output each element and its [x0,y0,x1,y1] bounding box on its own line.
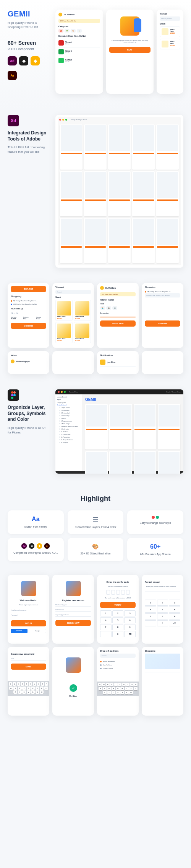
keyboard-key[interactable]: F [22,687,26,690]
keyboard-key[interactable]: B [120,691,124,694]
keypad-key[interactable]: 2 [157,600,168,606]
keypad-key[interactable] [145,620,156,626]
keyboard[interactable]: QWERTYUIOP ASDFGHJKL ZXCVBNM [8,681,49,696]
keyboard-key[interactable]: D [107,687,111,690]
keyboard-key[interactable]: O [130,683,134,686]
keyboard-key[interactable]: M [129,691,133,694]
keyboard-key[interactable]: G [116,687,120,690]
signup-button[interactable]: SIGN IN NOW [55,620,91,626]
keyboard-key[interactable]: L [44,687,48,690]
layer-item[interactable]: 6. Forgot password [57,420,81,422]
keyboard-key[interactable]: E [17,682,20,686]
keyboard-key[interactable]: J [125,687,129,690]
password-field[interactable]: Password [11,613,46,617]
keypad-key[interactable]: 8 [157,613,168,620]
keyboard-key[interactable]: W [102,683,105,686]
facebook-button[interactable]: Facebook [11,629,28,633]
keypad-key[interactable]: 0 [112,631,124,637]
keyboard-key[interactable]: N [125,691,129,694]
map-view[interactable] [145,654,180,669]
keyboard-key[interactable]: P [45,682,48,686]
keyboard-key[interactable]: X [18,690,22,694]
layer-item[interactable]: 15. Drop-off address [57,438,81,441]
keyboard-key[interactable]: O [41,682,44,686]
keyboard-key[interactable]: Q [98,683,102,686]
search-input[interactable]: Search [55,290,91,294]
keypad-key[interactable]: 1 [145,600,156,606]
keyboard-key[interactable]: S [103,687,107,690]
keyboard-key[interactable]: Y [29,682,32,686]
keypad-key[interactable]: 6 [169,606,180,613]
keyboard-key[interactable]: E [106,683,110,686]
keyboard-key[interactable]: D [18,687,22,690]
layer-item[interactable]: 4. Onboarding 3 [57,414,81,417]
google-button[interactable]: Google [29,629,46,633]
keyboard-key[interactable]: C [22,690,26,694]
phone-field[interactable] [145,590,180,592]
layer-item[interactable]: 11. Current trust [57,433,81,436]
keypad-key[interactable]: 3 [169,600,180,606]
confirm-button[interactable]: CONFIRM [145,320,180,327]
keyboard-key[interactable]: A [9,687,13,690]
keypad-key[interactable] [100,631,112,637]
keypad-key[interactable]: ⌫ [169,620,180,626]
login-button[interactable]: LOG IN [11,620,46,626]
code-input[interactable] [100,590,136,595]
keyboard-key[interactable]: V [116,691,120,694]
email-field[interactable]: register@gmail.com [55,613,91,617]
keyboard-key[interactable]: W [13,682,16,686]
layer-item[interactable]: 10. Verified [57,430,81,433]
layer-item[interactable]: 3. Onboarding 2 [57,412,81,414]
keyboard-key[interactable]: G [27,687,31,690]
keypad-key[interactable]: 6 [124,617,136,623]
keypad-key[interactable]: 1 [100,610,112,616]
keyboard-key[interactable]: Z [103,691,107,694]
confirm-button[interactable]: CONFIRM [11,323,46,329]
apply-button[interactable]: APPLY NOW [100,320,136,327]
keypad-key[interactable]: 7 [100,624,112,630]
layer-item[interactable]: 1. Up to launch [57,406,81,409]
keyboard-key[interactable]: R [110,683,113,686]
keyboard-key[interactable]: K [129,687,133,690]
layer-item[interactable]: 9. Verify code [57,428,81,430]
keyboard-key[interactable]: P [134,683,138,686]
name-field[interactable]: Matthew Nguyen [55,603,91,607]
keyboard[interactable]: QWERTYUIOP ASDFGHJKL ZXCVBNM [97,682,139,696]
email-field[interactable]: Email/phone/username [11,608,46,612]
password-field[interactable]: •••••• [11,657,46,660]
keyboard-key[interactable]: I [126,683,129,686]
layers-tab[interactable]: Layers Assets [57,396,81,398]
explore-button[interactable]: EXPLORE [11,286,46,292]
keyboard-key[interactable]: A [99,687,102,690]
keypad-key[interactable]: 7 [145,613,156,620]
keypad-key[interactable]: 8 [112,624,124,630]
next-button[interactable]: NEXT [109,47,151,53]
search-input[interactable]: Vinmart Club, Hoang Dieu, Ha Noi [145,293,180,298]
keyboard-key[interactable]: S [13,687,17,690]
keyboard-key[interactable]: N [36,690,39,694]
keypad-key[interactable]: 9 [124,624,136,630]
keypad-key[interactable]: 0 [157,620,168,626]
keyboard-key[interactable]: J [36,687,39,690]
keyboard-key[interactable]: T [25,682,28,686]
keyboard-key[interactable]: B [31,690,35,694]
keyboard-key[interactable]: H [31,687,35,690]
keyboard-key[interactable]: X [107,691,111,694]
keyboard-key[interactable]: T [114,683,118,686]
keyboard-key[interactable]: H [120,687,124,690]
keyboard-key[interactable]: C [112,691,115,694]
location-field[interactable] [145,670,180,672]
keyboard-key[interactable]: I [37,682,40,686]
keyboard-key[interactable]: K [40,687,44,690]
keyboard-key[interactable]: R [21,682,24,686]
keypad-key[interactable]: 9 [169,613,180,620]
keyboard-key[interactable]: F [112,687,115,690]
keyboard-key[interactable]: Q [9,682,12,686]
keypad-key[interactable]: 3 [124,610,136,616]
layer-item[interactable]: 16. Drop-off [57,441,81,444]
keypad-key[interactable]: 5 [112,617,124,623]
keyboard-key[interactable]: L [134,687,138,690]
verify-button[interactable]: VERIFY [100,602,136,608]
keypad-key[interactable]: 2 [112,610,124,616]
keypad-key[interactable]: 5 [157,606,168,613]
